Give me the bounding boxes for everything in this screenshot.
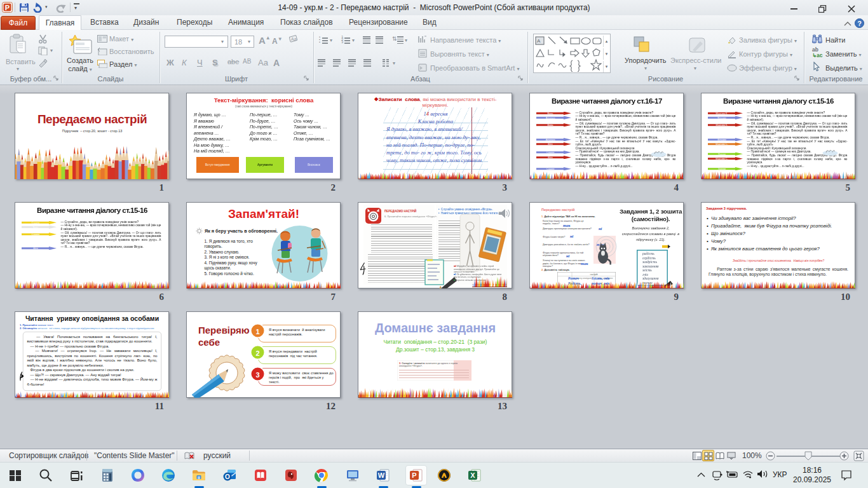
svg-text:O: O	[225, 473, 230, 480]
svg-text:P: P	[412, 471, 416, 479]
svg-text:настрій: настрій	[590, 273, 598, 276]
svg-text:A: A	[537, 38, 541, 44]
svg-text:X: X	[470, 471, 475, 479]
svg-text:W: W	[378, 471, 385, 479]
svg-text:?: ?	[857, 20, 862, 27]
svg-text:Аа: Аа	[291, 37, 297, 41]
